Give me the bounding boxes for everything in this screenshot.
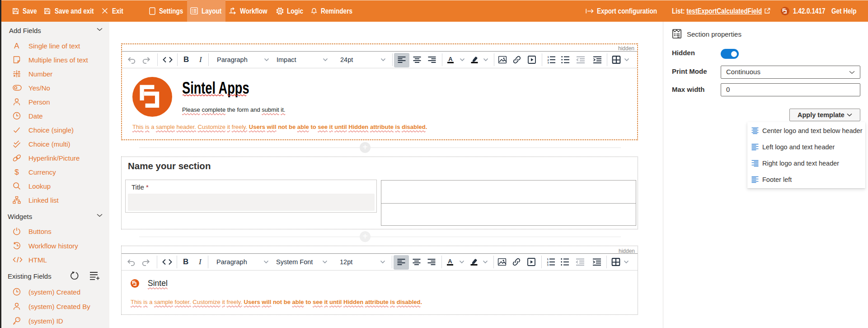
svg-text:A: A <box>448 56 453 63</box>
svg-text:A: A <box>14 42 19 50</box>
svg-text:3: 3 <box>548 62 549 64</box>
svg-text:1: 1 <box>547 258 549 261</box>
svg-text:A: A <box>448 258 452 265</box>
svg-text:1: 1 <box>548 56 549 59</box>
svg-text:3: 3 <box>547 264 549 266</box>
svg-text:$: $ <box>14 168 19 176</box>
